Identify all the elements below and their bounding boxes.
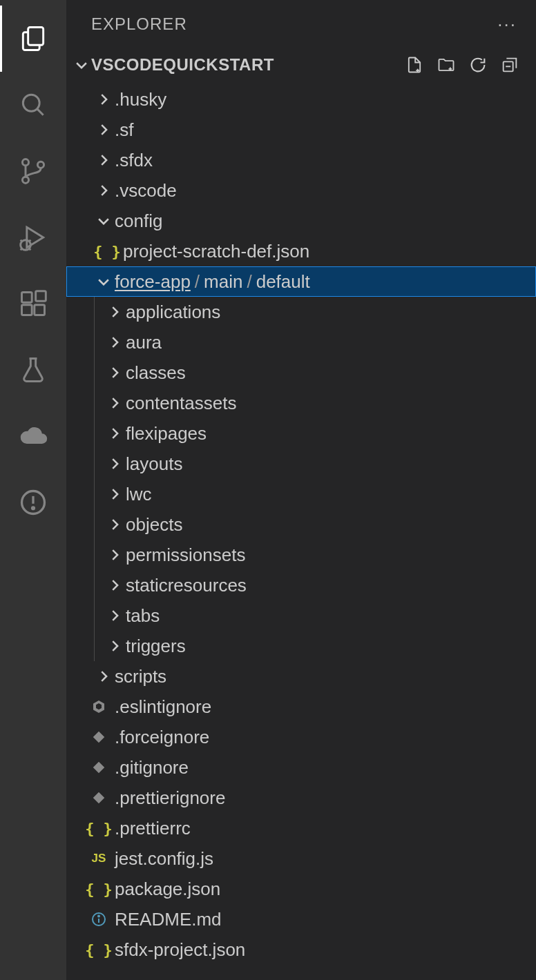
explorer-title: EXPLORER <box>91 14 187 34</box>
folder-tabs[interactable]: tabs <box>94 600 536 631</box>
search-icon <box>18 90 48 120</box>
folder-vscode[interactable]: .vscode <box>66 175 536 206</box>
project-name: VSCODEQUICKSTART <box>91 55 274 75</box>
path-seg-default: default <box>256 271 310 292</box>
folder-staticresources[interactable]: staticresources <box>94 570 536 600</box>
svg-rect-0 <box>28 28 44 46</box>
app-root: EXPLORER ··· VSCODEQUICKSTART .husky <box>0 0 536 980</box>
beaker-icon <box>18 355 48 385</box>
eslint-icon <box>88 696 109 717</box>
svg-point-3 <box>22 159 28 166</box>
chevron-right-icon <box>105 484 124 504</box>
explorer-header: EXPLORER ··· <box>66 0 536 48</box>
json-icon: { } <box>97 241 117 262</box>
activity-bar <box>0 0 66 980</box>
branch-icon <box>18 156 48 186</box>
path-seg-main: main <box>204 271 242 292</box>
debug-icon <box>18 222 48 253</box>
folder-sf[interactable]: .sf <box>66 115 536 145</box>
folder-force-app[interactable]: force-app/main/default <box>66 266 536 297</box>
project-actions <box>405 55 528 75</box>
file-sfdx-project-json[interactable]: { } sfdx-project.json <box>66 934 536 965</box>
file-prettierignore[interactable]: .prettierignore <box>66 783 536 813</box>
folder-objects[interactable]: objects <box>94 509 536 540</box>
file-readme[interactable]: README.md <box>66 904 536 934</box>
json-icon: { } <box>88 879 109 899</box>
svg-rect-10 <box>36 291 46 302</box>
svg-point-1 <box>23 95 39 111</box>
collapse-all-icon[interactable] <box>500 55 519 75</box>
json-icon: { } <box>88 818 109 839</box>
chevron-right-icon <box>94 150 113 170</box>
activity-salesforce[interactable] <box>0 403 66 469</box>
activity-explorer[interactable] <box>0 6 66 72</box>
explorer-panel: EXPLORER ··· VSCODEQUICKSTART .husky <box>66 0 536 980</box>
js-icon: JS <box>88 848 109 869</box>
folder-layouts[interactable]: layouts <box>94 449 536 479</box>
file-package-json[interactable]: { } package.json <box>66 874 536 904</box>
chevron-right-icon <box>94 90 113 109</box>
chevron-right-icon <box>105 424 124 443</box>
chevron-right-icon <box>105 302 124 322</box>
refresh-icon[interactable] <box>468 55 488 75</box>
folder-config[interactable]: config <box>66 206 536 236</box>
file-eslintignore[interactable]: .eslintignore <box>66 692 536 722</box>
more-actions-icon[interactable]: ··· <box>497 14 517 35</box>
path-seg-force-app: force-app <box>115 271 191 292</box>
svg-point-4 <box>22 177 28 183</box>
svg-rect-7 <box>22 293 32 303</box>
warning-circle-icon <box>18 487 48 518</box>
folder-husky[interactable]: .husky <box>66 84 536 115</box>
svg-point-17 <box>98 916 99 917</box>
chevron-down-icon <box>94 211 113 231</box>
chevron-right-icon <box>105 333 124 352</box>
folder-contentassets[interactable]: contentassets <box>94 388 536 418</box>
svg-point-13 <box>32 507 35 509</box>
file-prettierrc[interactable]: { } .prettierrc <box>66 813 536 843</box>
folder-lwc[interactable]: lwc <box>94 479 536 509</box>
cloud-icon <box>18 421 48 451</box>
extensions-icon <box>18 288 48 319</box>
folder-classes[interactable]: classes <box>94 357 536 388</box>
chevron-down-icon <box>72 57 91 72</box>
chevron-right-icon <box>105 363 124 382</box>
chevron-right-icon <box>94 120 113 139</box>
folder-scripts[interactable]: scripts <box>66 661 536 692</box>
chevron-right-icon <box>105 393 124 413</box>
chevron-right-icon <box>105 545 124 565</box>
chevron-down-icon <box>94 272 113 291</box>
new-file-icon[interactable] <box>405 55 424 75</box>
diamond-icon <box>88 727 109 747</box>
activity-warning[interactable] <box>0 469 66 536</box>
json-icon: { } <box>88 939 109 960</box>
folder-triggers[interactable]: triggers <box>94 631 536 661</box>
chevron-right-icon <box>94 667 113 686</box>
files-icon <box>18 23 48 54</box>
folder-permissionsets[interactable]: permissionsets <box>94 540 536 570</box>
folder-applications[interactable]: applications <box>94 297 536 327</box>
new-folder-icon[interactable] <box>437 55 456 75</box>
activity-extensions[interactable] <box>0 271 66 337</box>
activity-debug[interactable] <box>0 204 66 271</box>
folder-sfdx[interactable]: .sfdx <box>66 145 536 175</box>
folder-flexipages[interactable]: flexipages <box>94 418 536 449</box>
file-forceignore[interactable]: .forceignore <box>66 722 536 752</box>
chevron-right-icon <box>105 606 124 625</box>
chevron-right-icon <box>105 636 124 656</box>
file-jest-config[interactable]: JS jest.config.js <box>66 843 536 874</box>
file-tree: .husky .sf .sfdx .vscode config <box>66 81 536 980</box>
activity-source-control[interactable] <box>0 138 66 204</box>
folder-aura[interactable]: aura <box>94 327 536 357</box>
info-icon <box>88 909 109 930</box>
svg-point-5 <box>37 161 44 168</box>
diamond-icon <box>88 757 109 778</box>
activity-testing[interactable] <box>0 337 66 403</box>
svg-line-2 <box>37 109 44 115</box>
svg-rect-8 <box>22 305 32 315</box>
chevron-right-icon <box>105 515 124 534</box>
file-project-scratch-def[interactable]: { } project-scratch-def.json <box>66 236 536 266</box>
file-gitignore[interactable]: .gitignore <box>66 752 536 783</box>
activity-search[interactable] <box>0 72 66 138</box>
diamond-icon <box>88 787 109 808</box>
project-root[interactable]: VSCODEQUICKSTART <box>66 48 536 81</box>
